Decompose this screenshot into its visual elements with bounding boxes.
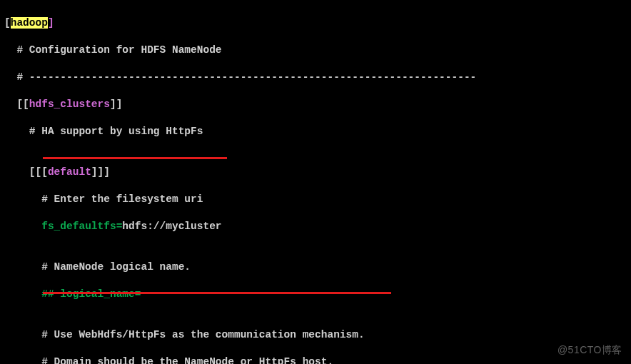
watermark: @51CTO博客 xyxy=(557,343,622,357)
section-default: [[[default]]] xyxy=(4,166,627,179)
comment-line: # Enter the filesystem uri xyxy=(4,193,627,206)
comment-line: # HA support by using HttpFs xyxy=(4,125,627,138)
comment-line: # Configuration for HDFS NameNode xyxy=(4,44,627,57)
section-header: [hadoop] xyxy=(4,17,54,29)
hashed-logical-name: ## logical_name= xyxy=(4,288,627,301)
comment-line: # --------------------------------------… xyxy=(4,71,627,84)
annotation-underline xyxy=(43,292,391,294)
section-hdfs-clusters: [[hdfs_clusters]] xyxy=(4,98,627,111)
comment-line: # NameNode logical name. xyxy=(4,261,627,274)
kv-fs-defaultfs: fs_defaultfs=hdfs://mycluster xyxy=(4,220,627,233)
comment-line: # Use WebHdfs/HttpFs as the communicatio… xyxy=(4,328,627,342)
comment-line: # Domain should be the NameNode or HttpF… xyxy=(4,355,627,364)
terminal-viewport[interactable]: [hadoop] # Configuration for HDFS NameNo… xyxy=(0,0,631,364)
annotation-underline xyxy=(43,157,227,159)
